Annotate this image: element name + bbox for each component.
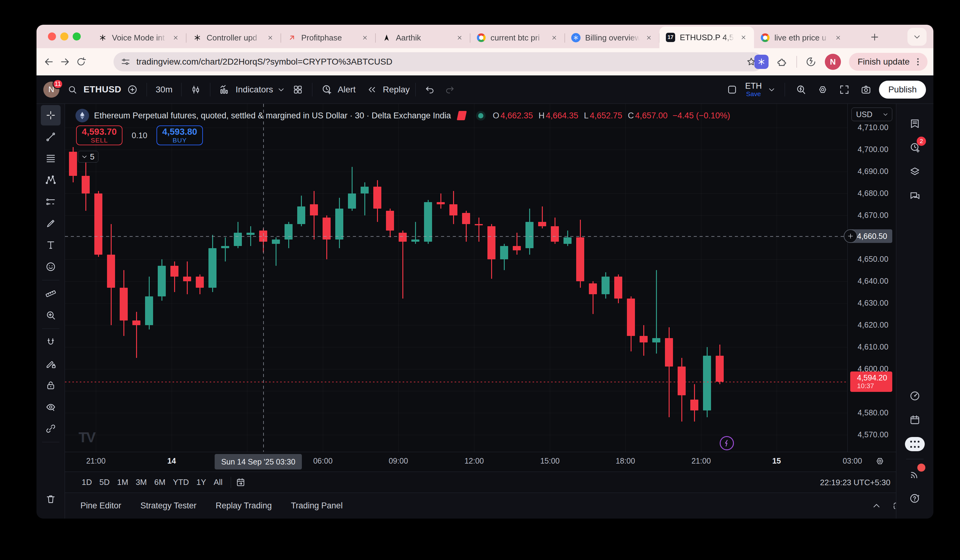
- layout-select-icon[interactable]: [723, 81, 741, 98]
- timeframe-button-1m[interactable]: 1M: [114, 475, 132, 490]
- timeframe-button-6m[interactable]: 6M: [150, 475, 169, 490]
- interval-button[interactable]: 30m: [152, 85, 175, 94]
- timeframe-button-5d[interactable]: 5D: [96, 475, 113, 490]
- symbol-search-icon[interactable]: [64, 81, 81, 98]
- performance-icon[interactable]: [805, 56, 817, 68]
- fullscreen-icon[interactable]: [836, 81, 853, 98]
- close-window-button[interactable]: [48, 32, 56, 40]
- panel-tab-trading-panel[interactable]: Trading Panel: [291, 501, 343, 511]
- save-label[interactable]: Save: [746, 91, 761, 97]
- forecast-tool[interactable]: [41, 191, 61, 212]
- tab-close-icon[interactable]: [549, 33, 559, 43]
- minimize-window-button[interactable]: [60, 32, 68, 40]
- layout-name-button[interactable]: ETH Save: [745, 81, 762, 97]
- crosshair-tool[interactable]: [41, 105, 61, 126]
- timeframe-button-ytd[interactable]: YTD: [169, 475, 193, 490]
- tab-search-button[interactable]: [907, 28, 926, 46]
- panel-tab-replay-trading[interactable]: Replay Trading: [216, 501, 272, 511]
- chart-area[interactable]: Ethereum Perpetual futures, quoted, sett…: [65, 104, 847, 452]
- tab-close-icon[interactable]: [360, 33, 370, 43]
- browser-profile-avatar[interactable]: N: [825, 54, 841, 70]
- tab-close-icon[interactable]: [171, 33, 181, 43]
- indicators-chevron-icon[interactable]: [275, 81, 287, 98]
- indicators-icon[interactable]: [216, 81, 233, 98]
- gauge-sidebar-icon[interactable]: [905, 386, 925, 406]
- replay-button[interactable]: Replay: [383, 85, 410, 94]
- ruler-tool[interactable]: [41, 283, 61, 304]
- layers-sidebar-icon[interactable]: [905, 162, 925, 182]
- chat-sidebar-icon[interactable]: [905, 186, 925, 206]
- symbol-description[interactable]: Ethereum Perpetual futures, quoted, sett…: [94, 111, 451, 121]
- calendar-sidebar-icon[interactable]: [905, 410, 925, 430]
- undo-icon[interactable]: [421, 81, 438, 98]
- currency-dropdown[interactable]: USD: [851, 108, 892, 121]
- timeframe-button-1d[interactable]: 1D: [78, 475, 96, 490]
- finish-update-button[interactable]: Finish update: [849, 53, 928, 71]
- alert-clock-sidebar-icon[interactable]: 2: [905, 138, 925, 158]
- redo-icon[interactable]: [441, 81, 458, 98]
- hide-all-tool[interactable]: [41, 397, 61, 417]
- timeframe-button-all[interactable]: All: [210, 475, 226, 490]
- browser-tab[interactable]: Aarthik: [376, 27, 470, 48]
- snapshot-camera-icon[interactable]: [857, 81, 875, 98]
- tab-close-icon[interactable]: [833, 33, 843, 43]
- extensions-puzzle-icon[interactable]: [777, 56, 788, 68]
- tab-close-icon[interactable]: [644, 33, 654, 43]
- replay-icon[interactable]: [363, 81, 381, 98]
- axis-settings-icon[interactable]: [875, 456, 885, 466]
- tv-user-avatar[interactable]: N 11: [43, 81, 59, 98]
- zoom-window-button[interactable]: [73, 32, 81, 40]
- panel-tab-strategy-tester[interactable]: Strategy Tester: [141, 501, 197, 511]
- go-to-date-button[interactable]: [235, 477, 246, 488]
- browser-tab[interactable]: Controller upd: [186, 27, 281, 48]
- collapsed-legend-button[interactable]: 5: [78, 151, 98, 163]
- crosshair-add-alert-button[interactable]: [844, 229, 857, 243]
- symbol-search-button[interactable]: ETHUSD: [83, 85, 121, 94]
- browser-tab[interactable]: Billing overview: [565, 27, 659, 48]
- xabcd-pattern-tool[interactable]: [41, 170, 61, 190]
- alert-button[interactable]: Alert: [338, 85, 356, 94]
- apps-sidebar-icon[interactable]: [905, 434, 925, 454]
- trash-tool[interactable]: [41, 489, 61, 509]
- pinned-extension-icon[interactable]: [754, 55, 768, 69]
- site-settings-icon[interactable]: [120, 57, 131, 67]
- new-tab-button[interactable]: [868, 30, 882, 44]
- quick-search-icon[interactable]: [792, 81, 810, 98]
- clock-utc[interactable]: 22:19:23 UTC+5:30: [820, 472, 890, 493]
- chart-style-icon[interactable]: [187, 81, 205, 98]
- link-tool[interactable]: [41, 418, 61, 439]
- compare-add-icon[interactable]: [124, 81, 141, 98]
- timeframe-button-3m[interactable]: 3M: [132, 475, 150, 490]
- expand-panel-icon[interactable]: [868, 497, 885, 515]
- panel-tab-pine-editor[interactable]: Pine Editor: [80, 501, 121, 511]
- timeframe-button-1y[interactable]: 1Y: [193, 475, 210, 490]
- alert-icon[interactable]: [318, 81, 335, 98]
- price-axis[interactable]: USD 4,660.50 4,594.20 10:37 4,710.004,70…: [847, 104, 896, 452]
- browser-tab[interactable]: Profitphase: [281, 27, 376, 48]
- tab-close-icon[interactable]: [266, 33, 275, 43]
- text-tool[interactable]: [41, 235, 61, 255]
- browser-tab[interactable]: current btc pri: [470, 27, 565, 48]
- fib-retracement-tool[interactable]: [41, 148, 61, 169]
- settings-gear-icon[interactable]: [814, 81, 831, 98]
- edit-lock-tool[interactable]: [41, 354, 61, 374]
- back-button[interactable]: [41, 54, 57, 70]
- streams-sidebar-icon[interactable]: [905, 464, 925, 484]
- help-sidebar-icon[interactable]: [905, 488, 925, 508]
- browser-tab[interactable]: 17ETHUSD.P 4,5: [659, 27, 754, 48]
- layout-chevron-icon[interactable]: [766, 81, 777, 98]
- trend-line-tool[interactable]: [41, 127, 61, 147]
- publish-button[interactable]: Publish: [879, 81, 926, 99]
- brush-tool[interactable]: [41, 213, 61, 234]
- browser-tab[interactable]: Voice Mode int: [91, 27, 186, 48]
- sell-button[interactable]: 4,593.70 SELL: [76, 126, 122, 145]
- address-bar[interactable]: tradingview.com/chart/2D2HorqS/?symbol=C…: [114, 52, 763, 72]
- layout-templates-icon[interactable]: [289, 81, 307, 98]
- browser-menu-icon[interactable]: [913, 57, 923, 67]
- buy-button[interactable]: 4,593.80 BUY: [157, 126, 203, 145]
- watchlist-sidebar-icon[interactable]: [905, 114, 925, 134]
- emoji-tool[interactable]: [41, 257, 61, 277]
- browser-tab[interactable]: live eth price u: [754, 27, 849, 48]
- time-axis[interactable]: Sun 14 Sep '25 03:30 21:001406:0009:0012…: [65, 452, 896, 472]
- magnet-tool[interactable]: [41, 332, 61, 352]
